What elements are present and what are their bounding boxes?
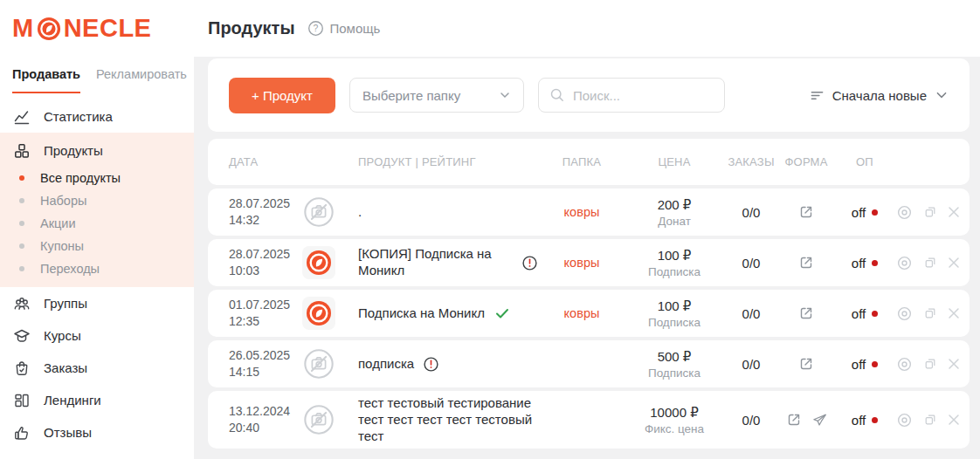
product-logo-thumbnail — [302, 246, 335, 279]
chevron-down-icon — [935, 88, 949, 102]
sidebar-item-landings[interactable]: Лендинги — [0, 384, 194, 416]
preview-eye-icon[interactable] — [896, 356, 913, 373]
sidebar-subitem-sets[interactable]: Наборы — [0, 189, 194, 212]
bullet-icon — [19, 266, 24, 271]
table-header: ДАТА ПРОДУКТ | РЕЙТИНГ ПАПКА ЦЕНА ЗАКАЗЫ… — [208, 139, 970, 185]
check-icon — [493, 305, 511, 322]
column-header-product: ПРОДУКТ | РЕЙТИНГ — [358, 155, 538, 168]
preview-eye-icon[interactable] — [896, 204, 913, 221]
warning-icon — [521, 255, 538, 271]
product-name[interactable]: подписка — [358, 356, 414, 373]
column-header-op: ОП — [833, 155, 896, 168]
sidebar-item-statistics[interactable]: Статистика — [0, 100, 194, 133]
sidebar-item-courses[interactable]: Курсы — [0, 319, 194, 352]
folder-link[interactable]: ковры — [564, 256, 600, 270]
product-logo-thumbnail — [302, 297, 335, 330]
send-icon[interactable] — [811, 412, 828, 428]
delete-x-icon[interactable] — [948, 414, 960, 426]
column-header-folder: ПАПКА — [538, 155, 625, 168]
bullet-icon — [19, 198, 24, 203]
open-form-icon[interactable] — [797, 203, 815, 221]
open-form-icon[interactable] — [797, 355, 815, 373]
add-product-button[interactable]: + Продукт — [229, 78, 335, 113]
status-dot — [872, 417, 878, 423]
row-thumbnail — [302, 297, 358, 330]
folder-link[interactable]: ковры — [564, 205, 600, 219]
chevron-down-icon — [499, 89, 511, 101]
row-thumbnail — [302, 347, 358, 380]
row-price: 10000 ₽ Фикс. цена — [625, 405, 723, 435]
delete-x-icon[interactable] — [948, 307, 960, 319]
help-link[interactable]: ? Помощь — [307, 20, 381, 37]
product-name[interactable]: тест тестовый тестирование тест тест тес… — [358, 395, 533, 444]
sort-control[interactable]: Сначала новые — [810, 88, 949, 103]
row-date: 28.07.2025 10:03 — [229, 246, 302, 279]
column-header-orders: ЗАКАЗЫ — [723, 155, 779, 168]
status-dot — [872, 311, 878, 317]
sort-lines-icon — [810, 88, 825, 103]
sidebar-subitem-all-products[interactable]: Все продукты — [0, 167, 194, 189]
open-form-icon[interactable] — [785, 411, 803, 428]
row-form — [779, 411, 833, 428]
bullet-icon — [19, 221, 24, 226]
copy-icon[interactable] — [923, 256, 937, 270]
line-chart-icon — [12, 108, 31, 126]
search-input[interactable] — [573, 88, 695, 103]
sidebar-item-products[interactable]: Продукты — [0, 134, 194, 167]
op-label: off — [852, 205, 866, 220]
tab-advertise[interactable]: Рекламировать — [96, 67, 187, 93]
sidebar-item-reviews[interactable]: Отзывы — [0, 416, 194, 449]
copy-icon[interactable] — [923, 413, 937, 427]
row-form — [779, 355, 833, 373]
open-form-icon[interactable] — [797, 305, 815, 322]
product-name[interactable]: Подписка на Моникл — [358, 305, 485, 322]
logo-text-suffix: NECLE — [64, 14, 152, 43]
product-name[interactable]: . — [358, 204, 362, 221]
leaf-circle-icon — [36, 17, 62, 41]
bullet-icon — [19, 243, 24, 249]
row-folder: ковры — [538, 204, 625, 220]
row-op-status: off — [833, 413, 896, 428]
sidebar-tabs: Продавать Рекламировать — [0, 57, 194, 93]
tab-sell[interactable]: Продавать — [12, 67, 80, 93]
preview-eye-icon[interactable] — [896, 305, 913, 322]
copy-icon[interactable] — [923, 306, 937, 320]
column-header-form: ФОРМА — [779, 155, 833, 168]
row-price: 200 ₽ Донат — [625, 197, 723, 228]
folder-link[interactable]: ковры — [564, 306, 600, 320]
row-actions — [896, 305, 960, 322]
table-rows: 28.07.2025 14:32 . ковры 200 — [208, 188, 970, 449]
search-icon — [549, 87, 565, 103]
copy-icon[interactable] — [923, 205, 937, 219]
row-op-status: off — [833, 357, 896, 372]
delete-x-icon[interactable] — [948, 257, 960, 269]
row-form — [779, 305, 833, 322]
sidebar-subitem-promos[interactable]: Акции — [0, 212, 194, 235]
op-label: off — [852, 357, 866, 372]
sidebar-subitem-transitions[interactable]: Переходы — [0, 257, 194, 280]
row-actions — [896, 356, 960, 373]
sidebar-item-groups[interactable]: Группы — [0, 287, 194, 319]
product-name[interactable]: [КОПИЯ] Подписка на Моникл — [358, 246, 513, 279]
row-date: 01.07.2025 12:35 — [229, 297, 302, 330]
preview-eye-icon[interactable] — [896, 412, 913, 428]
delete-x-icon[interactable] — [948, 206, 960, 218]
row-form — [779, 203, 833, 221]
folder-select[interactable]: Выберите папку — [349, 78, 524, 113]
copy-icon[interactable] — [923, 357, 937, 371]
sidebar-item-orders[interactable]: Заказы — [0, 352, 194, 384]
open-form-icon[interactable] — [797, 254, 815, 271]
op-label: off — [852, 256, 866, 271]
row-thumbnail — [302, 246, 358, 279]
op-label: off — [852, 306, 866, 321]
page-title: Продукты — [208, 18, 295, 38]
sidebar: Продавать Рекламировать Статистика — [0, 57, 194, 459]
row-orders: 0/0 — [723, 306, 779, 321]
graduation-cap-icon — [12, 327, 31, 345]
status-dot — [872, 260, 878, 266]
delete-x-icon[interactable] — [948, 358, 960, 370]
help-label: Помощь — [330, 21, 381, 36]
sidebar-subitem-coupons[interactable]: Купоны — [0, 235, 194, 257]
search-box[interactable] — [538, 78, 725, 113]
preview-eye-icon[interactable] — [896, 255, 913, 271]
